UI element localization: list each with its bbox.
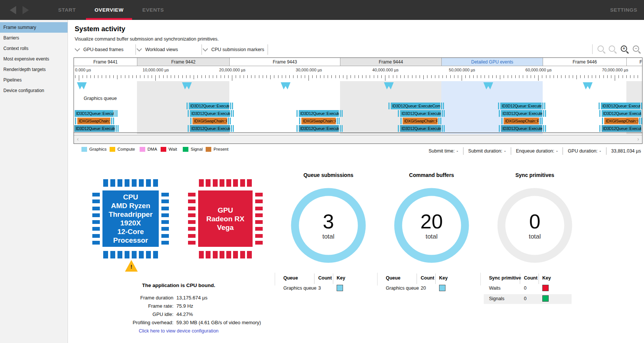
ruler-tick (550, 75, 550, 78)
chip-pin (199, 179, 204, 187)
sidebar-item-device-configuration[interactable]: Device configuration (0, 85, 68, 96)
ruler-tick (496, 75, 497, 78)
event-box-id3d12queue-executecom[interactable]: ID3D12Queue::ExecuteCom (391, 103, 440, 109)
ruler-tick (75, 75, 75, 78)
event-box-idxgiswapchain-present[interactable]: IDXGISwapChain::Present (604, 118, 638, 124)
frame-band-frame-9446[interactable]: Frame 9446 (543, 58, 626, 66)
sidebar-item-most-expensive-events[interactable]: Most expensive events (0, 54, 68, 64)
measurement-label: Enqueue duration: (516, 148, 554, 154)
chip-text-line: Radeon RX (198, 215, 253, 223)
zoom-reset-icon[interactable] (609, 45, 615, 52)
horizontal-scrollbar[interactable]: ‹› (74, 135, 642, 144)
ruler-tick (393, 75, 393, 78)
legend-swatch-graphics (81, 147, 87, 152)
chip-pin (220, 179, 224, 187)
dropdown-cpu-submission-markers[interactable]: CPU submission markers (202, 44, 268, 55)
event-box-id3d12queue-executecomm[interactable]: ID3D12Queue::ExecuteComm (602, 125, 641, 132)
forward-icon[interactable] (23, 6, 29, 14)
ruler-tick (190, 75, 190, 78)
event-sliver (339, 118, 340, 124)
ruler-tick (607, 75, 608, 78)
event-sliver (444, 110, 445, 117)
chip-pin (92, 227, 100, 231)
frame-band-frame-9442[interactable]: Frame 9442 (137, 58, 229, 66)
chip-text-line: Processor (102, 236, 159, 245)
chip-pin (153, 179, 158, 187)
event-box-id3d12queue-executecomm[interactable]: ID3D12Queue::ExecuteComm (501, 125, 542, 132)
event-box-id3d12queue-executecomm[interactable]: ID3D12Queue::ExecuteComm (400, 125, 441, 132)
chip-pin (226, 251, 231, 258)
event-box-id3d12queue-executecomm[interactable]: ID3D12Queue::ExecuteComm (74, 125, 115, 132)
donut-chart-command-buffers: 20total (394, 188, 469, 263)
dropdown-workload-views[interactable]: Workload views (135, 44, 202, 55)
scroll-right-icon[interactable]: › (637, 136, 639, 142)
event-box-id3d12queue-executecomm[interactable]: ID3D12Queue::ExecuteComm (190, 110, 230, 117)
ruler-tick (416, 75, 416, 78)
event-box-id3d12queue-executecom[interactable]: ID3D12Queue::ExecuteCom (500, 103, 542, 109)
sidebar-item-pipelines[interactable]: Pipelines (0, 75, 68, 85)
performance-summary: The application is CPU bound. Frame dura… (74, 283, 284, 334)
zoom-to-selection-icon[interactable] (597, 45, 604, 52)
sidebar-item-frame-summary[interactable]: Frame summary (0, 22, 68, 33)
event-box-id3d12queue-executecomm[interactable]: ID3D12Queue::ExecuteComm (400, 110, 441, 117)
ruler-tick (404, 75, 405, 78)
ruler-tick (489, 75, 489, 78)
frame-band-frame-9441[interactable]: Frame 9441 (74, 58, 137, 66)
event-box-id3d12queue-executecomm[interactable]: ID3D12Queue::ExecuteComm (501, 110, 542, 117)
tab-events[interactable]: EVENTS (133, 0, 173, 20)
ruler-tick (615, 75, 615, 81)
device-config-link[interactable]: Click here to view device configuration (74, 328, 284, 334)
summary-label: Frame rate: (74, 303, 173, 309)
chip-pin (255, 241, 263, 245)
back-icon[interactable] (10, 6, 16, 14)
table-row-count: 20 (421, 286, 426, 291)
event-sliver (342, 110, 343, 117)
legend-item-graphics: Graphics (81, 147, 107, 152)
event-box-id3d12queue-executecomm[interactable]: ID3D12Queue::ExecuteComm (190, 125, 230, 132)
ruler-tick (534, 75, 535, 78)
event-box-idxgiswapchain-present[interactable]: IDXGISwapChain::Present (301, 118, 336, 124)
tab-settings[interactable]: SETTINGS (610, 0, 637, 20)
event-box-id3d12queue-executecomm[interactable]: ID3D12Queue::ExecuteComm (602, 110, 641, 117)
ruler-tick (194, 75, 194, 79)
sidebar-item-barriers[interactable]: Barriers (0, 33, 68, 43)
event-box-id3d12queue-executecomm[interactable]: ID3D12Queue::ExecuteComm (75, 110, 114, 117)
chip-text-line: 1920X (102, 219, 159, 227)
sidebar-item-context-rolls[interactable]: Context rolls (0, 43, 68, 54)
event-box-idxgiswapchain-present[interactable]: IDXGISwapChain::Present (77, 118, 110, 124)
ruler-tick (159, 75, 159, 78)
ruler-tick (217, 75, 217, 78)
ruler-tick (102, 75, 102, 78)
ruler-tick (427, 75, 427, 78)
ruler-tick (247, 75, 248, 78)
frame-band-detailed-gpu-events[interactable]: Detailed GPU events (441, 58, 543, 66)
frame-band-frame-9443[interactable]: Frame 9443 (229, 58, 340, 66)
tab-start[interactable]: START (49, 0, 85, 20)
donut-chart-queue-submissions: 3total (291, 188, 366, 263)
zoom-in-icon[interactable]: + (621, 45, 627, 52)
tab-overview[interactable]: OVERVIEW (85, 0, 133, 20)
donut-chart-sync-primitives: 0total (497, 188, 572, 263)
nav-tabs: STARTOVERVIEWEVENTS (49, 0, 173, 20)
event-box-idxgiswapchain-present[interactable]: IDXGISwapChain::Present (504, 118, 539, 124)
sidebar-item-render-depth-targets[interactable]: Render/depth targets (0, 64, 68, 75)
event-box-id3d12queue-executecomm[interactable]: ID3D12Queue::ExecuteComm (299, 125, 339, 132)
frame-band-frame-9447[interactable]: Frame 9447 (626, 58, 642, 66)
warning-glyph: ! (131, 263, 132, 270)
zoom-out-icon[interactable]: − (633, 45, 639, 52)
ruler-tick (400, 75, 401, 78)
scroll-left-icon[interactable]: ‹ (77, 136, 79, 142)
event-sliver (299, 118, 300, 124)
event-box-idxgiswapchain-present[interactable]: IDXGISwapChain::Present (193, 118, 227, 124)
dropdown-gpu-based-frames[interactable]: GPU-based frames (74, 44, 136, 55)
event-box-id3d12queue-executecom[interactable]: ID3D12Queue::ExecuteCom (601, 103, 640, 109)
ruler-tick (244, 75, 244, 78)
ruler-tick (358, 75, 359, 78)
chip-pin (110, 179, 115, 187)
ruler-tick (132, 75, 133, 78)
event-box-idxgiswapchain-present[interactable]: IDXGISwapChain::Present (403, 118, 438, 124)
event-box-id3d12queue-executecomm[interactable]: ID3D12Queue::ExecuteComm (299, 110, 339, 117)
event-box-id3d12queue-executecom[interactable]: ID3D12Queue::ExecuteCom (189, 103, 229, 109)
ruler-tick (370, 75, 370, 78)
frame-band-frame-9444[interactable]: Frame 9444 (340, 58, 441, 66)
